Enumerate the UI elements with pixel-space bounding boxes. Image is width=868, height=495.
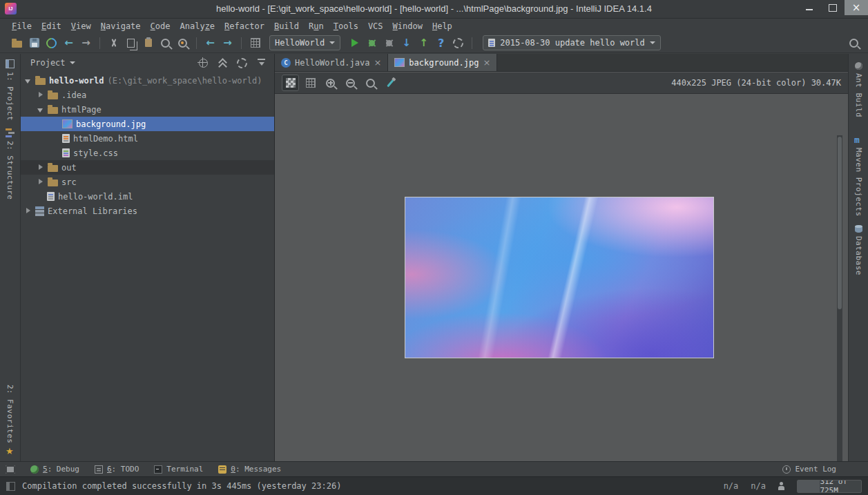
menu-run[interactable]: Run [304,20,329,32]
toolwindow-switcher-icon[interactable] [6,465,15,474]
toolwindow-todo-button[interactable]: 6: TODO [95,465,139,474]
collapse-all-button[interactable] [215,57,230,69]
chevron-down-icon[interactable] [70,61,75,64]
scrollbar-thumb[interactable] [838,137,842,309]
back-icon: ← [206,38,215,48]
tree-item-hello-world-iml[interactable]: hello-world.iml [21,189,274,204]
hide-panel-button[interactable] [253,57,269,69]
back-button[interactable]: ← [202,35,219,51]
menu-view[interactable]: View [66,20,96,32]
copy-icon [127,39,135,48]
folder-icon [48,107,58,114]
open-file-button[interactable] [8,35,26,51]
toolwindow-project-button[interactable]: 1: Project [0,59,20,121]
save-icon [30,38,39,48]
run-configuration-combo[interactable]: HelloWorld [269,35,340,50]
redo-button[interactable]: → [77,35,95,51]
toggle-transparency-button[interactable] [282,75,299,91]
toolwindow-debug-button[interactable]: 5: Debug [30,465,79,474]
project-panel-title[interactable]: Project [30,58,66,68]
vcs-message-combo[interactable]: 2015-08-30 update hello world [483,35,661,50]
coverage-button[interactable] [380,35,398,51]
actual-size-button[interactable] [362,75,379,91]
toggle-grid-button[interactable] [302,75,319,91]
tree-item-hello-world[interactable]: hello-world (E:\git_work_space\hello-wor… [21,73,274,88]
panel-settings-button[interactable] [234,57,249,69]
tab-helloworld-java[interactable]: HelloWorld.java × [275,54,388,71]
menu-file[interactable]: File [7,20,37,32]
menu-refactor[interactable]: Refactor [220,20,269,32]
toolwindow-terminal-button[interactable]: Terminal [154,465,203,474]
save-all-button[interactable] [26,35,43,51]
right-toolwindow-stripe: Ant Build Maven Projects Database [848,54,868,461]
memory-indicator[interactable]: 312 of 725M [797,480,862,493]
undo-button[interactable]: ← [60,35,77,51]
toolbar-separator [472,37,472,49]
menu-tools[interactable]: Tools [329,20,363,32]
tree-item-background-jpg[interactable]: background.jpg [21,117,274,131]
toolwindow-messages-button[interactable]: 0: Messages [218,465,281,474]
close-tab-icon[interactable]: × [483,58,490,67]
zoom-in-button[interactable] [322,75,339,91]
close-tab-icon[interactable]: × [374,58,381,67]
paste-button[interactable] [139,35,157,51]
library-icon [35,210,44,213]
cut-button[interactable] [105,35,122,51]
replace-button[interactable] [174,35,191,51]
minimize-button[interactable] [798,0,821,15]
toolwindow-maven-button[interactable]: Maven Projects [849,135,868,217]
zoom-out-button[interactable] [342,75,359,91]
synchronize-button[interactable] [43,35,60,51]
copy-button[interactable] [122,35,139,51]
forward-button[interactable]: → [219,35,236,51]
encoding-indicator: n/a [751,481,766,491]
tree-item-out[interactable]: out [21,160,274,175]
tree-item-src[interactable]: src [21,175,274,189]
event-log-button[interactable]: Event Log [782,465,836,474]
image-file-icon [394,58,405,67]
color-picker-button[interactable] [382,75,399,91]
menu-help[interactable]: Help [427,20,457,32]
menu-navigate[interactable]: Navigate [96,20,146,32]
tree-item-idea[interactable]: .idea [21,88,274,102]
close-button[interactable]: × [845,0,868,15]
vcs-commit-button[interactable]: ↑ [415,35,432,51]
toolwindow-toggle-icon[interactable] [6,482,15,491]
intellij-window: hello-world - [E:\git_work_space\hello-w… [0,0,868,495]
vertical-scrollbar[interactable] [837,135,842,495]
settings-button[interactable] [450,35,467,51]
menu-edit[interactable]: Edit [37,20,66,32]
find-button[interactable] [157,35,174,51]
tab-background-jpg[interactable]: background.jpg × [388,54,497,71]
menu-code[interactable]: Code [146,20,175,32]
help-button[interactable]: ? [432,35,450,51]
toolwindow-structure-button[interactable]: 2: Structure [0,128,20,200]
pipette-icon [387,79,394,87]
toolbar-separator [99,37,100,49]
menu-analyze[interactable]: Analyze [175,20,220,32]
project-structure-button[interactable] [247,35,264,51]
zoom-in-icon [326,79,335,88]
toolwindow-ant-build-button[interactable]: Ant Build [849,62,868,117]
run-button[interactable] [346,35,363,51]
tree-item-htmldemo-html[interactable]: htmlDemo.html [21,131,274,146]
toolwindow-favorites-button[interactable]: 2: Favorites [0,385,20,456]
inspections-hector-icon[interactable] [778,482,784,490]
maximize-button[interactable] [821,0,845,15]
vcs-update-icon: ↓ [402,38,411,48]
bottom-toolwindow-stripe: 5: Debug 6: TODO Terminal 0: Messages Ev… [0,461,868,476]
toolwindow-database-button[interactable]: Database [849,225,868,275]
vcs-update-button[interactable]: ↓ [398,35,415,51]
memory-indicator-text: 312 of 725M [820,480,861,493]
menu-build[interactable]: Build [269,20,304,32]
tree-item-style-css[interactable]: style.css [21,146,274,160]
folder-icon [48,179,58,186]
debug-button[interactable] [363,35,380,51]
menu-window[interactable]: Window [388,20,427,32]
tree-item-external-libraries[interactable]: External Libraries [21,204,274,218]
scroll-from-source-button[interactable] [195,57,211,69]
paste-icon [145,39,152,47]
menu-vcs[interactable]: VCS [363,20,388,32]
tree-item-htmlpage[interactable]: htmlPage [21,102,274,117]
search-everywhere-button[interactable] [845,35,862,51]
